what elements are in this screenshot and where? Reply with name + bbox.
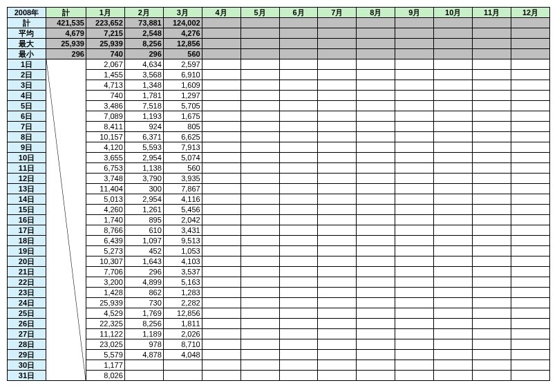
summary-label: 平均 <box>8 28 46 39</box>
data-cell <box>279 153 318 163</box>
data-cell <box>240 163 279 174</box>
day-row: 1日2,0674,6342,597 <box>8 59 550 70</box>
data-cell <box>395 174 434 184</box>
day-row: 16日1,7408952,042 <box>8 215 550 225</box>
data-cell: 7,913 <box>163 142 202 153</box>
data-cell <box>240 205 279 215</box>
data-cell <box>473 111 511 122</box>
day-row: 11日6,7531,138560 <box>8 163 550 174</box>
day-label: 18日 <box>8 236 46 246</box>
data-cell <box>434 111 473 122</box>
data-cell: 12,856 <box>163 308 202 319</box>
data-cell <box>473 298 511 308</box>
data-cell <box>357 122 395 132</box>
data-cell <box>279 371 318 381</box>
summary-cell: 296 <box>124 49 163 59</box>
day-row: 7日8,411924805 <box>8 122 550 132</box>
summary-cell <box>395 39 434 49</box>
summary-cell <box>240 49 279 59</box>
data-cell <box>511 153 550 163</box>
day-label: 25日 <box>8 308 46 319</box>
day-label: 30日 <box>8 360 46 371</box>
data-cell <box>279 350 318 360</box>
data-cell <box>511 184 550 194</box>
summary-cell <box>395 28 434 39</box>
data-cell <box>434 80 473 91</box>
data-cell: 1,189 <box>124 329 163 339</box>
data-cell <box>202 184 240 194</box>
data-cell <box>318 70 357 80</box>
summary-total: 25,939 <box>46 39 86 49</box>
data-cell <box>395 91 434 101</box>
data-cell: 5,456 <box>163 205 202 215</box>
data-cell <box>279 298 318 308</box>
data-cell: 5,273 <box>86 246 124 256</box>
data-cell <box>279 288 318 298</box>
data-cell: 1,643 <box>124 256 163 267</box>
day-row: 27日11,1221,1892,026 <box>8 329 550 339</box>
data-cell: 5,593 <box>124 142 163 153</box>
data-cell <box>434 194 473 205</box>
data-cell <box>511 225 550 236</box>
data-cell <box>240 91 279 101</box>
day-label: 12日 <box>8 174 46 184</box>
data-cell <box>434 184 473 194</box>
data-cell <box>511 267 550 277</box>
data-cell <box>357 215 395 225</box>
data-cell <box>202 267 240 277</box>
data-cell: 2,042 <box>163 215 202 225</box>
month-header: 11月 <box>473 8 511 18</box>
month-header: 5月 <box>240 8 279 18</box>
data-cell <box>318 215 357 225</box>
month-header: 1月 <box>86 8 124 18</box>
summary-cell <box>357 49 395 59</box>
month-header: 9月 <box>395 8 434 18</box>
day-row: 6日7,0891,1931,675 <box>8 111 550 122</box>
data-cell: 1,097 <box>124 236 163 246</box>
data-cell <box>511 350 550 360</box>
data-cell <box>318 122 357 132</box>
data-cell <box>318 194 357 205</box>
data-cell <box>240 256 279 267</box>
day-label: 29日 <box>8 350 46 360</box>
data-cell: 8,026 <box>86 371 124 381</box>
data-cell <box>124 360 163 371</box>
data-cell <box>318 142 357 153</box>
data-cell <box>511 59 550 70</box>
summary-row: 最小296740296560 <box>8 49 550 59</box>
data-cell <box>511 329 550 339</box>
day-row: 4日7401,7811,297 <box>8 91 550 101</box>
data-cell <box>473 350 511 360</box>
data-cell <box>511 80 550 91</box>
summary-label: 最小 <box>8 49 46 59</box>
data-cell <box>318 59 357 70</box>
data-cell <box>240 132 279 142</box>
data-cell <box>240 101 279 111</box>
data-cell: 6,439 <box>86 236 124 246</box>
data-cell <box>511 288 550 298</box>
data-cell: 4,048 <box>163 350 202 360</box>
data-cell <box>473 308 511 319</box>
data-cell <box>473 339 511 350</box>
day-label: 6日 <box>8 111 46 122</box>
data-cell <box>279 205 318 215</box>
data-cell <box>202 256 240 267</box>
data-cell <box>279 163 318 174</box>
data-cell: 11,404 <box>86 184 124 194</box>
data-cell <box>473 267 511 277</box>
data-cell <box>473 80 511 91</box>
data-cell <box>357 153 395 163</box>
data-cell <box>434 350 473 360</box>
data-cell <box>473 236 511 246</box>
data-cell <box>318 308 357 319</box>
data-cell <box>395 132 434 142</box>
data-cell <box>395 319 434 329</box>
data-cell: 4,120 <box>86 142 124 153</box>
day-label: 1日 <box>8 59 46 70</box>
data-cell: 3,568 <box>124 70 163 80</box>
data-cell <box>434 267 473 277</box>
data-cell <box>395 288 434 298</box>
summary-cell: 560 <box>163 49 202 59</box>
summary-cell <box>511 49 550 59</box>
month-header: 10月 <box>434 8 473 18</box>
